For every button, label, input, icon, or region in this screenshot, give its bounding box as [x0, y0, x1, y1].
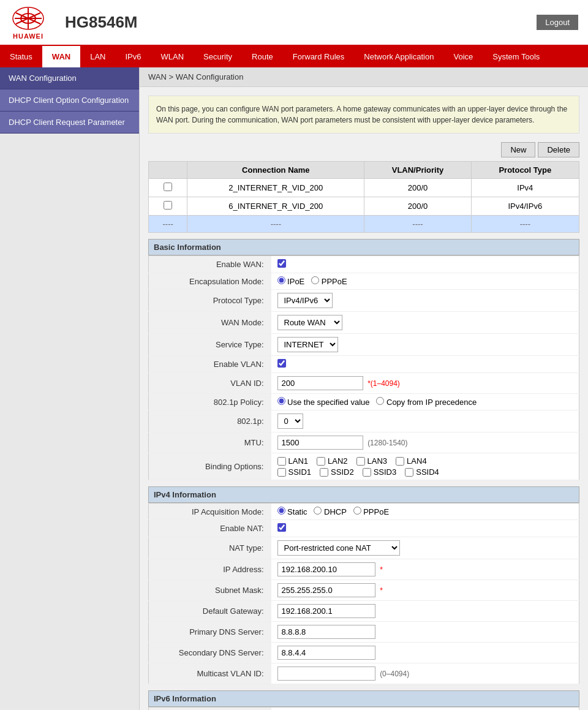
802p-label: 802.1p: [149, 410, 271, 432]
ipv4-address-input[interactable] [277, 562, 375, 576]
nat-type-select[interactable]: Port-restricted cone NAT Full cone NAT A… [277, 540, 400, 556]
nav-ipv6[interactable]: IPv6 [116, 46, 151, 67]
new-button[interactable]: New [501, 142, 535, 157]
subnet-mask-label: Subnet Mask: [149, 580, 271, 601]
nav-status[interactable]: Status [0, 46, 42, 67]
ssid4-checkbox[interactable] [405, 468, 413, 477]
ipv4-acq-label: IP Acquisition Mode: [149, 504, 271, 520]
pppoe-acq-label[interactable]: PPPoE [353, 507, 390, 516]
ssid2-checkbox[interactable] [320, 468, 328, 477]
subnet-mask-hint: * [380, 586, 383, 595]
ssid4-check[interactable]: SSID4 [405, 467, 439, 477]
primary-dns-input[interactable] [277, 625, 375, 639]
lan2-check[interactable]: LAN2 [317, 456, 348, 466]
protocol-type-select[interactable]: IPv4 IPv6 IPv4/IPv6 [277, 293, 333, 308]
nav-system-tools[interactable]: System Tools [483, 46, 549, 67]
ipoe-radio[interactable] [277, 276, 285, 284]
nav-wan[interactable]: WAN [42, 46, 80, 67]
row2-vlan: 200/0 [364, 197, 471, 216]
ipoe-label[interactable]: IPoE [277, 277, 305, 286]
ssid1-checkbox[interactable] [277, 468, 286, 477]
enable-vlan-checkbox[interactable] [277, 359, 286, 368]
service-type-select[interactable]: INTERNET TR069 VOIP OTHER [277, 337, 338, 352]
mtu-input[interactable] [277, 436, 363, 450]
basic-info-section: Basic Information Enable WAN: Encapsulat… [148, 239, 579, 480]
delete-button[interactable]: Delete [538, 142, 579, 157]
lan1-checkbox[interactable] [277, 457, 286, 466]
binding-options: LAN1 LAN2 LAN3 LAN4 SSID1 SSID2 SSID3 SS… [277, 456, 573, 477]
subnet-mask-input[interactable] [277, 583, 375, 597]
table-row: 6_INTERNET_R_VID_200 200/0 IPv4/IPv6 [149, 197, 579, 216]
lan3-checkbox[interactable] [356, 457, 365, 466]
nav-wlan[interactable]: WLAN [151, 46, 194, 67]
breadcrumb: WAN > WAN Configuration [140, 67, 588, 87]
ipv6-info-form: Prefix Acquisition Mode: DHCPv6-PD Stati… [148, 707, 579, 710]
row1-checkbox[interactable] [164, 183, 172, 191]
default-gateway-input[interactable] [277, 604, 375, 618]
multicast-vlan-input[interactable] [277, 667, 375, 681]
dhcp-radio[interactable] [314, 507, 322, 515]
static-label[interactable]: Static [277, 507, 307, 516]
connection-table: Connection Name VLAN/Priority Protocol T… [148, 161, 579, 233]
logout-button[interactable]: Logout [537, 15, 578, 30]
copy-ip-radio[interactable] [376, 397, 384, 405]
sidebar-item-dhcp-option[interactable]: DHCP Client Option Configuration [0, 89, 139, 111]
secondary-dns-row: Secondary DNS Server: [149, 643, 579, 663]
nav-network-application[interactable]: Network Application [354, 46, 443, 67]
dhcp-label[interactable]: DHCP [314, 507, 346, 516]
copy-ip-label[interactable]: Copy from IP precedence [376, 398, 477, 407]
lan4-check[interactable]: LAN4 [396, 456, 427, 466]
ipv6-info-title: IPv6 Information [148, 690, 579, 707]
use-specified-radio[interactable] [277, 397, 285, 405]
pppoe-label[interactable]: PPPoE [311, 277, 347, 286]
wan-mode-select[interactable]: Route WAN Bridge WAN [277, 315, 342, 330]
nav-voice[interactable]: Voice [443, 46, 483, 67]
802p-select[interactable]: 0123 4567 [277, 414, 303, 429]
pppoe-acq-radio[interactable] [353, 507, 361, 515]
dash-protocol: ---- [471, 216, 579, 233]
enable-nat-checkbox[interactable] [277, 523, 286, 532]
nav-security[interactable]: Security [194, 46, 242, 67]
nav-forward-rules[interactable]: Forward Rules [283, 46, 355, 67]
lan1-check[interactable]: LAN1 [277, 456, 309, 466]
table-row: 2_INTERNET_R_VID_200 200/0 IPv4 [149, 179, 579, 197]
subnet-mask-row: Subnet Mask: * [149, 580, 579, 601]
prefix-acq-label: Prefix Acquisition Mode: [149, 708, 271, 711]
row1-protocol: IPv4 [471, 179, 579, 197]
sidebar-item-wan-configuration[interactable]: WAN Configuration [0, 67, 139, 89]
ssid1-check[interactable]: SSID1 [277, 467, 312, 477]
secondary-dns-input[interactable] [277, 646, 375, 660]
lan3-check[interactable]: LAN3 [356, 456, 388, 466]
802p-row: 802.1p: 0123 4567 [149, 410, 579, 432]
use-specified-label[interactable]: Use the specified value [277, 398, 370, 407]
ssid2-check[interactable]: SSID2 [320, 467, 354, 477]
ssid3-check[interactable]: SSID3 [363, 467, 397, 477]
ipv4-info-section: IPv4 Information IP Acquisition Mode: St… [148, 486, 579, 684]
enable-wan-checkbox[interactable] [277, 259, 286, 268]
device-name: HG8546M [59, 13, 537, 32]
static-radio[interactable] [277, 507, 285, 515]
nav-lan[interactable]: LAN [80, 46, 115, 67]
lan2-checkbox[interactable] [317, 457, 325, 466]
primary-dns-label: Primary DNS Server: [149, 622, 271, 643]
ipv4-acq-row: IP Acquisition Mode: Static DHCP PPPoE [149, 504, 579, 520]
lan4-checkbox[interactable] [396, 457, 404, 466]
dash-checkbox-cell: ---- [149, 216, 187, 233]
row2-protocol: IPv4/IPv6 [471, 197, 579, 216]
row2-checkbox[interactable] [164, 201, 172, 210]
vlan-id-input[interactable] [277, 376, 363, 390]
policy-802-label: 802.1p Policy: [149, 394, 271, 410]
pppoe-radio[interactable] [311, 276, 319, 284]
row2-name: 6_INTERNET_R_VID_200 [187, 197, 364, 216]
prefix-acq-row: Prefix Acquisition Mode: DHCPv6-PD Stati… [149, 708, 579, 711]
ipv4-info-title: IPv4 Information [148, 486, 579, 503]
sidebar-item-dhcp-request[interactable]: DHCP Client Request Parameter [0, 111, 139, 134]
vlan-id-row: VLAN ID: *(1–4094) [149, 373, 579, 394]
dash-name: ---- [187, 216, 364, 233]
encapsulation-row: Encapsulation Mode: IPoE PPPoE [149, 273, 579, 290]
nav-route[interactable]: Route [242, 46, 283, 67]
nat-type-label: NAT type: [149, 537, 271, 559]
ssid3-checkbox[interactable] [363, 468, 371, 477]
default-gateway-row: Default Gateway: [149, 601, 579, 622]
protocol-type-label: Protocol Type: [149, 290, 271, 312]
